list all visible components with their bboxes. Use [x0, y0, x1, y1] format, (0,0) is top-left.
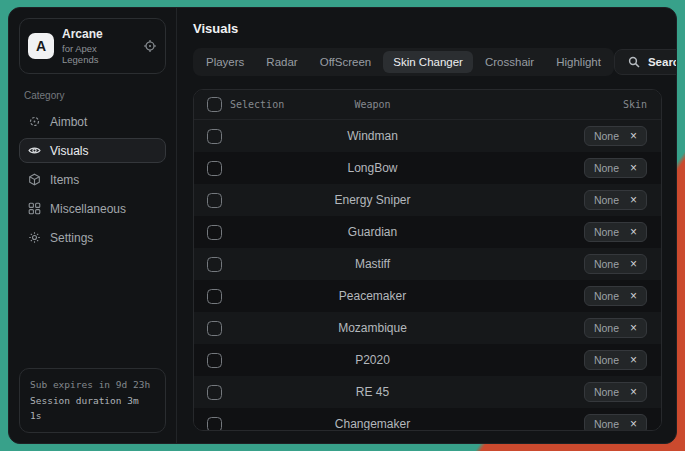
weapon-name: Mastiff — [330, 257, 415, 271]
tab-skin-changer[interactable]: Skin Changer — [383, 51, 473, 73]
row-checkbox[interactable] — [207, 289, 222, 304]
row-skin-cell: None× — [415, 382, 661, 402]
session-duration-text: Session duration 3m 1s — [30, 393, 155, 424]
clear-skin-icon[interactable]: × — [630, 258, 637, 270]
skin-value-label: None — [594, 258, 619, 270]
sidebar-nav: AimbotVisualsItemsMiscellaneousSettings — [19, 109, 166, 250]
clear-skin-icon[interactable]: × — [630, 194, 637, 206]
clear-skin-icon[interactable]: × — [630, 130, 637, 142]
skin-value-label: None — [594, 130, 619, 142]
row-checkbox[interactable] — [207, 257, 222, 272]
sidebar-item-items[interactable]: Items — [19, 167, 166, 192]
brand-text: Arcane for Apex Legends — [62, 27, 135, 65]
skin-value-label: None — [594, 386, 619, 398]
clear-skin-icon[interactable]: × — [630, 322, 637, 334]
weapon-name: Mozambique — [330, 321, 415, 335]
row-skin-cell: None× — [415, 318, 661, 338]
category-label: Category — [24, 90, 161, 101]
weapon-name: P2020 — [330, 353, 415, 367]
skin-changer-table: Selection Weapon Skin WindmanNone×LongBo… — [193, 89, 662, 431]
table-row: LongBowNone× — [194, 152, 661, 184]
clear-skin-icon[interactable]: × — [630, 386, 637, 398]
table-row: MastiffNone× — [194, 248, 661, 280]
page-title: Visuals — [193, 21, 662, 36]
clear-skin-icon[interactable]: × — [630, 418, 637, 430]
sub-expiry-text: Sub expires in 9d 23h — [30, 377, 155, 393]
clear-skin-icon[interactable]: × — [630, 354, 637, 366]
skin-value-label: None — [594, 290, 619, 302]
tab-highlight[interactable]: Highlight — [546, 51, 611, 73]
row-checkbox[interactable] — [207, 225, 222, 240]
table-row: MozambiqueNone× — [194, 312, 661, 344]
table-row: WindmanNone× — [194, 120, 661, 152]
app-subtitle: for Apex Legends — [62, 43, 135, 65]
tab-radar[interactable]: Radar — [256, 51, 307, 73]
select-all-checkbox[interactable] — [207, 97, 222, 112]
table-row: RE 45None× — [194, 376, 661, 408]
clear-skin-icon[interactable]: × — [630, 290, 637, 302]
crosshair-icon — [28, 115, 41, 128]
skin-value-label: None — [594, 418, 619, 430]
row-checkbox[interactable] — [207, 321, 222, 336]
row-checkbox[interactable] — [207, 129, 222, 144]
tab-bar: PlayersRadarOffScreenSkin ChangerCrossha… — [193, 48, 614, 76]
row-checkbox[interactable] — [207, 417, 222, 432]
weapon-name: LongBow — [330, 161, 415, 175]
tab-players[interactable]: Players — [196, 51, 254, 73]
skin-value-label: None — [594, 322, 619, 334]
skin-select-badge[interactable]: None× — [584, 158, 647, 178]
row-skin-cell: None× — [415, 222, 661, 242]
weapon-column-header: Weapon — [330, 99, 415, 110]
sidebar-item-visuals[interactable]: Visuals — [19, 138, 166, 163]
table-row: ChangemakerNone× — [194, 408, 661, 431]
skin-value-label: None — [594, 226, 619, 238]
skin-value-label: None — [594, 194, 619, 206]
row-checkbox[interactable] — [207, 161, 222, 176]
skin-select-badge[interactable]: None× — [584, 254, 647, 274]
row-skin-cell: None× — [415, 350, 661, 370]
selection-column-header: Selection — [230, 99, 330, 110]
app-title: Arcane — [62, 27, 135, 41]
sidebar-item-aimbot[interactable]: Aimbot — [19, 109, 166, 134]
cube-icon — [28, 173, 41, 186]
sidebar-item-label: Settings — [50, 231, 93, 245]
sidebar-item-label: Items — [50, 173, 79, 187]
sidebar-item-miscellaneous[interactable]: Miscellaneous — [19, 196, 166, 221]
row-skin-cell: None× — [415, 286, 661, 306]
clear-skin-icon[interactable]: × — [630, 226, 637, 238]
table-row: Energy SniperNone× — [194, 184, 661, 216]
weapon-name: Guardian — [330, 225, 415, 239]
search-button[interactable]: Search — [614, 49, 677, 75]
skin-value-label: None — [594, 354, 619, 366]
skin-select-badge[interactable]: None× — [584, 318, 647, 338]
main-panel: Visuals PlayersRadarOffScreenSkin Change… — [177, 8, 676, 443]
weapon-name: Changemaker — [330, 417, 415, 431]
row-checkbox[interactable] — [207, 193, 222, 208]
skin-column-header: Skin — [415, 99, 661, 110]
skin-select-badge[interactable]: None× — [584, 222, 647, 242]
skin-select-badge[interactable]: None× — [584, 382, 647, 402]
skin-select-badge[interactable]: None× — [584, 126, 647, 146]
sidebar-item-settings[interactable]: Settings — [19, 225, 166, 250]
target-icon[interactable] — [143, 39, 157, 53]
sidebar: A Arcane for Apex Legends Category Aimbo… — [9, 8, 177, 443]
app-logo: A — [28, 33, 54, 59]
skin-select-badge[interactable]: None× — [584, 190, 647, 210]
skin-select-badge[interactable]: None× — [584, 286, 647, 306]
eye-icon — [28, 144, 41, 157]
toolbar: PlayersRadarOffScreenSkin ChangerCrossha… — [193, 48, 662, 76]
gear-icon — [28, 231, 41, 244]
skin-select-badge[interactable]: None× — [584, 414, 647, 431]
sidebar-item-label: Aimbot — [50, 115, 87, 129]
table-row: GuardianNone× — [194, 216, 661, 248]
table-header-row: Selection Weapon Skin — [194, 90, 661, 120]
clear-skin-icon[interactable]: × — [630, 162, 637, 174]
row-skin-cell: None× — [415, 254, 661, 274]
table-row: PeacemakerNone× — [194, 280, 661, 312]
skin-select-badge[interactable]: None× — [584, 350, 647, 370]
row-checkbox[interactable] — [207, 353, 222, 368]
row-checkbox[interactable] — [207, 385, 222, 400]
tab-offscreen[interactable]: OffScreen — [310, 51, 382, 73]
weapon-name: Windman — [330, 129, 415, 143]
tab-crosshair[interactable]: Crosshair — [475, 51, 544, 73]
